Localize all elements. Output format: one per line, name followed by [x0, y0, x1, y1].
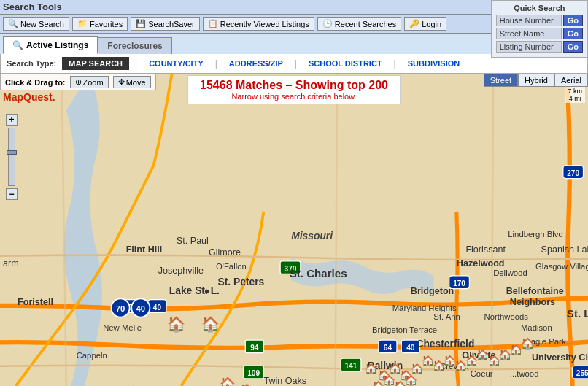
svg-text:Chesterfield: Chesterfield: [416, 338, 474, 350]
svg-text:O'Fallon: O'Fallon: [216, 262, 247, 271]
svg-text:●: ●: [204, 286, 210, 296]
new-search-button[interactable]: 🔍 New Search: [3, 17, 69, 31]
recently-viewed-label: Recently Viewed Listings: [220, 20, 309, 28]
click-drag-label: Click & Drag to:: [5, 78, 66, 87]
zoom-button[interactable]: ⊕ Zoom: [70, 76, 109, 88]
favorites-label: Favorites: [90, 20, 123, 28]
matches-count: 15468: [200, 79, 233, 91]
svg-text:St. Paul: St. Paul: [177, 236, 209, 246]
map-wrapper: 15468 Matches – Showing top 200 Narrow u…: [0, 74, 588, 386]
svg-text:40: 40: [136, 304, 145, 313]
svg-text:Neighbors: Neighbors: [510, 297, 555, 307]
login-icon: 🔑: [409, 19, 419, 28]
qs-house-number-row: House Number Go: [496, 15, 583, 26]
recently-viewed-icon: 📋: [208, 19, 218, 28]
top-count: 200: [368, 79, 388, 91]
svg-text:...twood: ...twood: [510, 369, 539, 378]
quick-search-panel: Quick Search House Number Go Street Name…: [491, 0, 588, 58]
scale-bar: 7 km 4 mi: [565, 87, 585, 103]
svg-text:Florissant: Florissant: [465, 244, 506, 255]
house-number-label: House Number: [496, 15, 562, 26]
address-zip-button[interactable]: ADDRESS/ZIP: [223, 58, 289, 69]
svg-text:Bridgeton Terrace: Bridgeton Terrace: [372, 325, 437, 334]
zoom-out-button[interactable]: −: [6, 188, 18, 200]
qs-listing-number-row: Listing Number Go: [496, 41, 583, 53]
scale-km: 7 km: [568, 88, 582, 95]
svg-text:Cappeln: Cappeln: [77, 351, 107, 360]
active-listings-label: Active Listings: [26, 40, 88, 50]
search-icon: 🔍: [12, 40, 23, 50]
hybrid-view-button[interactable]: Hybrid: [518, 74, 554, 87]
svg-text:Farm: Farm: [0, 258, 19, 269]
mapquest-text: MapQuest.: [3, 91, 55, 103]
move-button[interactable]: ✥ Move: [113, 76, 151, 88]
svg-text:270: 270: [567, 169, 579, 177]
map-matches-text: 15468 Matches – Showing top 200: [200, 79, 388, 92]
recently-viewed-button[interactable]: 📋 Recently Viewed Listings: [203, 17, 314, 31]
svg-text:Gilmore: Gilmore: [209, 247, 241, 258]
svg-text:Maryland Heights: Maryland Heights: [392, 304, 457, 312]
content-area: 🔍 Active Listings Foreclosures Search Ty…: [0, 34, 588, 386]
aerial-view-button[interactable]: Aerial: [554, 74, 588, 87]
tab-active-listings[interactable]: 🔍 Active Listings: [3, 36, 98, 54]
searchsaver-button[interactable]: 💾 SearchSaver: [131, 17, 200, 31]
recent-searches-button[interactable]: 🕒 Recent Searches: [317, 17, 401, 31]
login-button[interactable]: 🔑 Login: [404, 17, 446, 31]
map-svg[interactable]: 70 40 270 64 40 170 370: [0, 74, 588, 386]
sep1: |: [135, 58, 137, 69]
map-narrow-text: Narrow using search criteria below.: [200, 92, 388, 101]
street-view-button[interactable]: Street: [484, 74, 518, 87]
login-label: Login: [422, 20, 441, 28]
svg-text:🏠: 🏠: [365, 363, 378, 375]
foreclosures-label: Foreclosures: [107, 41, 162, 51]
school-district-button[interactable]: SCHOOL DISTRICT: [303, 58, 388, 69]
favorites-button[interactable]: 📁 Favorites: [72, 17, 128, 31]
map-view-buttons: Street Hybrid Aerial: [484, 74, 588, 87]
svg-text:Madison: Madison: [521, 323, 552, 332]
listing-number-go-button[interactable]: Go: [563, 41, 583, 53]
searchsaver-icon: 💾: [136, 19, 146, 28]
zoom-in-button[interactable]: +: [6, 114, 18, 126]
svg-text:🏠: 🏠: [220, 376, 236, 386]
zoom-slider[interactable]: [8, 128, 15, 186]
new-search-label: New Search: [20, 20, 64, 28]
zoom-plus-icon: ⊕: [75, 77, 82, 87]
scale-mi: 4 mi: [568, 95, 582, 102]
svg-text:Glasgow Village: Glasgow Village: [535, 262, 588, 271]
street-name-go-button[interactable]: Go: [563, 28, 583, 39]
search-type-label: Search Type:: [7, 59, 56, 68]
svg-text:Lake St. L.: Lake St. L.: [169, 285, 220, 296]
county-city-button[interactable]: COUNTY/CITY: [143, 58, 209, 69]
svg-text:255: 255: [576, 369, 588, 377]
street-name-label: Street Name: [496, 28, 562, 39]
page: Search Tools Quick Search House Number G…: [0, 0, 588, 386]
svg-text:New Melle: New Melle: [103, 323, 142, 332]
svg-text:Bellefontaine: Bellefontaine: [506, 286, 564, 296]
svg-text:94: 94: [250, 344, 259, 352]
svg-text:Missouri: Missouri: [291, 230, 333, 242]
svg-text:St. Charles: St. Charles: [290, 267, 347, 279]
zoom-handle[interactable]: [7, 150, 17, 155]
svg-text:Dellwood: Dellwood: [493, 269, 527, 277]
svg-text:🏠: 🏠: [405, 374, 418, 386]
svg-text:109: 109: [247, 369, 260, 377]
sep4: |: [394, 58, 396, 69]
tab-foreclosures[interactable]: Foreclosures: [98, 37, 171, 54]
svg-text:St. Peters: St. Peters: [218, 276, 265, 287]
recent-searches-icon: 🕒: [322, 19, 333, 28]
map-search-button[interactable]: MAP SEARCH: [62, 57, 129, 70]
svg-text:40: 40: [406, 344, 415, 352]
house-number-go-button[interactable]: Go: [563, 15, 583, 26]
move-icon: ✥: [118, 77, 125, 87]
svg-text:Spanish Lake: Spanish Lake: [541, 244, 588, 255]
svg-text:40: 40: [153, 304, 162, 312]
sep3: |: [295, 58, 297, 69]
svg-text:Hazelwood: Hazelwood: [457, 258, 505, 269]
svg-text:Bridgeton: Bridgeton: [411, 286, 454, 296]
svg-text:🏠: 🏠: [521, 337, 535, 350]
zoom-controls: + −: [6, 114, 18, 200]
svg-text:Flint Hill: Flint Hill: [126, 244, 163, 255]
searchsaver-label: SearchSaver: [148, 20, 195, 28]
subdivision-button[interactable]: SUBDIVISION: [402, 58, 466, 69]
quick-search-title: Quick Search: [496, 4, 583, 12]
